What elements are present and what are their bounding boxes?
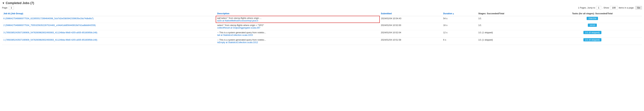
pages-info-text: 1 Pages. Jump to	[578, 6, 595, 9]
tasks-badge: 1/1 (8 skipped)	[584, 38, 602, 42]
col-header-submitted[interactable]: Submitted	[380, 11, 442, 16]
col-header-tasks: Tasks (for all stages): Succeeded/Total	[543, 11, 642, 16]
cell-tasks: 10/10	[543, 23, 642, 30]
title-row: ▼ Completed Jobs (7)	[2, 1, 642, 5]
cell-stages: 1/1	[477, 23, 543, 30]
job-id-link[interactable]: 6 (5986427546880077534_62285551729946400…	[4, 17, 94, 20]
cell-description: select * from sternp.flights where origi…	[216, 23, 380, 30]
go-button[interactable]: Go	[635, 6, 642, 10]
cell-jobid: 3 (7850385243507190909_54782609826024930…	[2, 30, 216, 38]
cell-duration: 16 s	[442, 23, 477, 30]
col-header-description[interactable]: Description	[216, 11, 380, 16]
cell-submitted: 2024/01/04 10:52:04	[380, 30, 442, 38]
table-row: 1 (7850385243507190909_54782609826024930…	[2, 38, 642, 45]
page-label: Page:	[2, 6, 8, 9]
cell-stages: 1/1	[477, 16, 543, 23]
cell-stages: 1/1 (1 skipped)	[477, 38, 543, 45]
sort-arrow-duration: ▴	[453, 12, 454, 14]
cell-jobid: 2 (5986427546880077534_75553256352287524…	[2, 23, 216, 30]
cell-duration: 6 s	[442, 38, 477, 45]
cell-jobid: 6 (5986427546880077534_62285551729946400…	[2, 16, 216, 23]
collapse-icon[interactable]: ▼	[2, 2, 5, 5]
table-body: 6 (5986427546880077534_62285551729946400…	[2, 16, 642, 45]
cell-jobid: 1 (7850385243507190909_54782609826024930…	[2, 38, 216, 45]
cell-submitted: 2024/01/04 10:54:43	[380, 16, 442, 23]
show-input[interactable]	[610, 6, 618, 10]
cell-tasks: 1/1 (8 skipped)	[543, 38, 642, 45]
job-id-link[interactable]: 2 (5986427546880077534_75553256352287524…	[4, 24, 96, 26]
table-row: 2 (5986427546880077534_75553256352287524…	[2, 23, 642, 30]
desc-link[interactable]: isEmpty at StatisticsCollection.scala:10…	[217, 41, 258, 44]
desc-text: sql('select * from sternp.flights where …	[217, 17, 378, 19]
cell-stages: 1/1 (1 skipped)	[477, 30, 543, 38]
desc-text: -- This is a system generated query from…	[217, 31, 378, 34]
page-input[interactable]	[9, 6, 14, 10]
col-header-jobid[interactable]: Job Id (Job Group)	[2, 11, 216, 16]
table-row: 6 (5986427546880077534_62285551729946400…	[2, 16, 642, 23]
jump-to-input[interactable]	[596, 6, 601, 10]
cell-description: sql('select * from sternp.flights where …	[216, 16, 380, 23]
cell-submitted: 2024/01/04 10:52:00	[380, 23, 442, 30]
page-right: 1 Pages. Jump to . Show items in a page.…	[578, 6, 642, 10]
page-title: Completed Jobs (7)	[6, 1, 34, 5]
col-header-stages: Stages: Succeeded/Total	[477, 11, 543, 16]
jobs-table: Job Id (Job Group) Description Submitted…	[2, 11, 642, 45]
cell-duration: 54 s	[442, 16, 477, 23]
cell-submitted: 2024/01/04 10:51:58	[380, 38, 442, 45]
cell-tasks: 258/258	[543, 16, 642, 23]
tasks-badge: 1/1 (8 skipped)	[584, 31, 602, 34]
desc-text: select * from sternp.flights where origi…	[217, 24, 378, 26]
page-left: Page:	[2, 6, 14, 10]
pagination-row: Page: 1 Pages. Jump to . Show items in a…	[2, 6, 642, 10]
table-header-row: Job Id (Job Group) Description Submitted…	[2, 11, 642, 16]
job-id-link[interactable]: 1 (7850385243507190909_54782609826024930…	[4, 38, 97, 41]
items-label: items in a page.	[619, 6, 634, 9]
tasks-badge: 258/258	[587, 17, 598, 20]
desc-text: -- This is a system generated query from…	[217, 38, 378, 41]
col-header-duration[interactable]: Duration ▴	[442, 11, 477, 16]
show-label: . Show	[602, 6, 609, 9]
cell-description: -- This is a system generated query from…	[216, 30, 380, 38]
cell-duration: 12 s	[442, 30, 477, 38]
desc-link[interactable]: tail at StatisticsCollection.scala:1015	[217, 34, 253, 36]
cell-tasks: 1/1 (8 skipped)	[543, 30, 642, 38]
job-id-link[interactable]: 3 (7850385243507190909_54782609826024930…	[4, 31, 97, 34]
desc-link[interactable]: save at NativeMethodAccessorImpl.java:0	[217, 19, 258, 22]
tasks-badge: 10/10	[588, 24, 597, 27]
desc-link[interactable]: collectResult at OutputAggregator.scala:…	[217, 26, 260, 29]
table-row: 3 (7850385243507190909_54782609826024930…	[2, 30, 642, 38]
cell-description: -- This is a system generated query from…	[216, 38, 380, 45]
